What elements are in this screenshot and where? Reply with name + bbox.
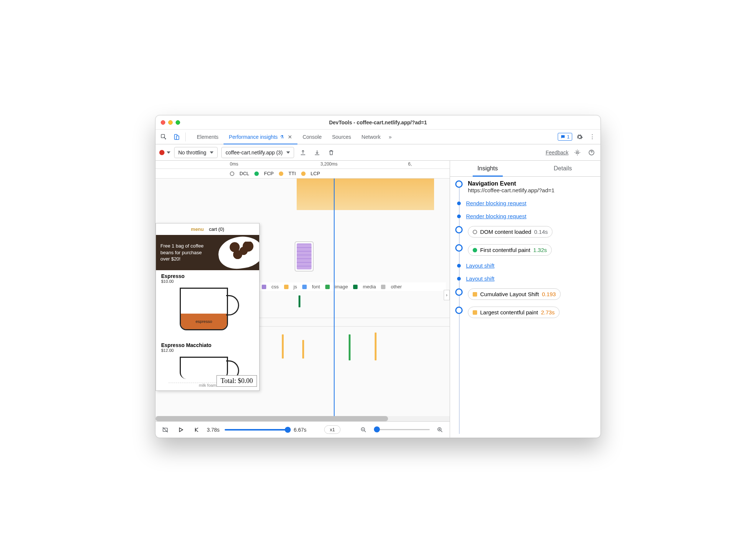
total-badge: Total: $0.00	[216, 375, 257, 387]
ruler-tick: 6,	[408, 161, 412, 167]
request-bar[interactable]	[375, 333, 377, 360]
replay-off-icon[interactable]	[160, 425, 170, 435]
time-ruler[interactable]: 0ms 3,200ms 6,	[156, 161, 450, 169]
insight-fcp[interactable]: First contentful paint 1.32s	[453, 244, 595, 256]
legend-swatch	[262, 285, 266, 289]
close-tab-icon[interactable]: ✕	[288, 134, 292, 140]
zoom-out-icon[interactable]	[358, 425, 369, 435]
tab-network[interactable]: Network	[356, 130, 386, 144]
tab-label: Elements	[197, 134, 218, 140]
metric-value: 1.32s	[533, 247, 547, 253]
seek-slider[interactable]	[225, 429, 289, 431]
timeline-pane: 0ms 3,200ms 6, DCL FCP TTI LCP ▶ ▶ css	[156, 161, 450, 438]
window-title: DevTools - coffee-cart.netlify.app/?ad=1	[156, 120, 600, 125]
skip-back-icon[interactable]	[191, 425, 202, 435]
metric-chip: DOM content loaded 0.14s	[468, 226, 553, 238]
insight-layout-shift[interactable]: Layout shift	[453, 275, 595, 282]
request-bar[interactable]	[349, 334, 351, 360]
feedback-link[interactable]: Feedback	[546, 150, 568, 156]
request-bar[interactable]	[299, 295, 300, 307]
metric-chip: First contentful paint 1.32s	[468, 244, 552, 256]
insight-link[interactable]: Layout shift	[466, 275, 495, 282]
mug-fill-label: espresso	[181, 314, 227, 329]
playback-speed[interactable]: x1	[324, 425, 340, 434]
flamechart-area[interactable]: ▶ ▶ css js font image media other ›	[156, 179, 450, 416]
marker-label: DCL	[239, 171, 249, 176]
record-menu-caret-icon[interactable]	[167, 151, 170, 154]
playhead[interactable]	[334, 179, 335, 416]
cls-icon	[473, 292, 477, 297]
metric-value: 0.193	[542, 291, 556, 297]
insights-toolbar: No throttling coffee-cart.netlify.app (3…	[156, 144, 600, 161]
zoom-window-icon[interactable]	[176, 120, 180, 125]
horizontal-scrollbar[interactable]	[156, 416, 450, 421]
insight-lcp[interactable]: Largest contentful paint 2.73s	[453, 307, 595, 318]
minimize-window-icon[interactable]	[168, 120, 173, 125]
insight-render-blocking[interactable]: Render blocking request	[453, 200, 595, 206]
insight-dcl[interactable]: DOM content loaded 0.14s	[453, 226, 595, 238]
legend-label: js	[294, 284, 297, 289]
preview-banner: Free 1 bag of coffee beans for purchase …	[156, 235, 259, 270]
request-bar[interactable]	[282, 334, 284, 359]
screenshot-thumbnail[interactable]	[295, 242, 313, 271]
metric-value: 2.73s	[541, 309, 555, 315]
more-tabs-icon[interactable]: »	[386, 130, 395, 144]
tab-sources[interactable]: Sources	[327, 130, 356, 144]
zoom-in-icon[interactable]	[435, 425, 445, 435]
mug-icon: espresso	[176, 286, 239, 334]
marker-label: TTI	[289, 171, 296, 176]
close-window-icon[interactable]	[161, 120, 165, 125]
devtools-window: DevTools - coffee-cart.netlify.app/?ad=1…	[155, 115, 601, 438]
trash-icon[interactable]	[326, 147, 336, 158]
tab-console[interactable]: Console	[297, 130, 327, 144]
tab-details[interactable]: Details	[525, 161, 601, 176]
insight-layout-shift[interactable]: Layout shift	[453, 262, 595, 269]
insight-link[interactable]: Layout shift	[466, 262, 495, 269]
current-time: 3.78s	[207, 427, 219, 433]
kebab-menu-icon[interactable]: ⋮	[587, 132, 597, 142]
throttling-dropdown[interactable]: No throttling	[174, 147, 218, 158]
insight-cls[interactable]: Cumulative Layout Shift 0.193	[453, 288, 595, 300]
insight-link[interactable]: Render blocking request	[466, 213, 527, 219]
long-task-block[interactable]	[297, 179, 434, 210]
tab-label: Console	[303, 134, 322, 140]
download-icon[interactable]	[312, 147, 322, 158]
preview-product: Espresso $10.00 espresso	[156, 270, 259, 339]
insight-navigation-event[interactable]: Navigation Event https://coffee-cart.net…	[453, 180, 595, 193]
session-dropdown[interactable]: coffee-cart.netlify.app (3)	[221, 147, 294, 158]
product-price: $12.00	[161, 348, 254, 353]
dcl-icon	[473, 230, 477, 234]
insights-list[interactable]: Navigation Event https://coffee-cart.net…	[450, 177, 600, 438]
insight-link[interactable]: Render blocking request	[466, 200, 527, 206]
insights-pane: Insights Details Navigation Event https:…	[450, 161, 600, 438]
insight-render-blocking[interactable]: Render blocking request	[453, 213, 595, 219]
issues-button[interactable]: 1	[558, 133, 572, 141]
ruler-tick: 3,200ms	[320, 161, 338, 167]
collapse-right-icon[interactable]: ›	[444, 290, 450, 300]
network-legend: css js font image media other	[260, 282, 446, 291]
inspect-icon[interactable]	[159, 132, 169, 142]
coffee-beans-icon	[226, 242, 255, 260]
upload-icon[interactable]	[298, 147, 308, 158]
tab-insights[interactable]: Insights	[450, 161, 525, 176]
request-bar[interactable]	[302, 340, 304, 359]
dcl-marker-icon	[230, 171, 234, 176]
tab-elements[interactable]: Elements	[192, 130, 224, 144]
timeline-node-icon	[457, 277, 461, 281]
metric-label: DOM content loaded	[480, 229, 531, 235]
panel-settings-gear-icon[interactable]	[572, 147, 583, 158]
timeline-node-icon	[455, 180, 463, 188]
tti-marker-icon	[279, 171, 283, 176]
device-toggle-icon[interactable]	[171, 132, 182, 142]
zoom-slider[interactable]	[374, 429, 430, 430]
settings-gear-icon[interactable]	[574, 132, 585, 142]
record-button[interactable]	[159, 150, 164, 155]
play-icon[interactable]	[176, 425, 186, 435]
flask-icon: ⚗	[280, 134, 284, 140]
tab-performance-insights[interactable]: Performance insights ⚗ ✕	[224, 130, 297, 144]
insight-title: Navigation Event	[468, 180, 554, 187]
ruler-tick: 0ms	[230, 161, 238, 167]
help-icon[interactable]	[586, 147, 597, 158]
metric-label: Largest contentful paint	[480, 309, 538, 315]
fcp-marker-icon	[254, 171, 259, 176]
